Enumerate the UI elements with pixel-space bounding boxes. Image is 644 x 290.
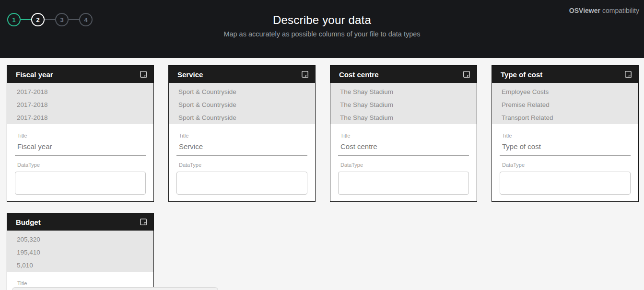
step-connector-3-4 [69,19,79,20]
sample-row: 2017-2018 [7,85,153,98]
card-grid: Fiscal year 2017-2018 2017-2018 2017-201… [0,58,644,290]
title-field-label: Title [338,133,469,139]
wizard-header: 1 2 3 4 Describe your data Map as accura… [0,0,644,58]
datatype-field-label: DataType [500,162,631,168]
sample-row: Sport & Countryside [169,98,315,111]
title-field-label: Title [15,133,146,139]
card-fields: Title DataType [330,124,477,202]
sample-row: The Shay Stadium [330,98,477,111]
note-icon[interactable] [624,70,632,78]
column-card-type-of-cost: Type of cost Employee Costs Premise Rela… [492,65,639,202]
popup-panel-edge [12,287,218,290]
note-icon[interactable] [463,70,470,78]
compatibility-brand: OSViewer [569,7,600,14]
sample-row: The Shay Stadium [330,111,477,124]
card-header: Type of cost [492,66,638,83]
card-fields: Title DataType [492,124,638,202]
card-title: Type of cost [501,70,624,79]
title-field-label: Title [15,280,146,286]
title-field-label: Title [500,133,631,139]
sample-rows: Employee Costs Premise Related Transport… [492,83,638,124]
sample-row: Premise Related [492,98,638,111]
sample-row: 2017-2018 [7,111,153,124]
compatibility-label: OSViewercompatibility [569,7,639,14]
sample-row: 5,010 [7,259,153,272]
title-input[interactable] [176,139,307,156]
card-title: Fiscal year [16,70,140,79]
datatype-select[interactable] [15,172,146,195]
title-input[interactable] [500,139,631,156]
sample-row: Transport Related [492,111,638,124]
sample-row: Sport & Countryside [169,111,315,124]
sample-row: The Shay Stadium [330,85,477,98]
header-center: Describe your data Map as accurately as … [0,0,644,38]
card-header: Fiscal year [7,66,153,83]
page-subtitle: Map as accurately as possible columns of… [223,31,421,38]
stepper: 1 2 3 4 [7,13,93,26]
title-input[interactable] [15,139,146,156]
page-title: Describe your data [0,13,644,27]
sample-row: 205,320 [7,233,153,246]
step-3[interactable]: 3 [55,13,69,26]
card-title: Cost centre [339,70,463,79]
datatype-select[interactable] [500,172,631,195]
sample-row: 195,410 [7,246,153,259]
sample-rows: Sport & Countryside Sport & Countryside … [169,83,315,124]
column-card-cost-centre: Cost centre The Shay Stadium The Shay St… [330,65,477,202]
card-header: Budget [7,213,153,231]
sample-row: Employee Costs [492,85,638,98]
step-2[interactable]: 2 [31,13,45,26]
compatibility-text: compatibility [602,7,639,14]
step-connector-1-2 [21,19,31,20]
card-title: Budget [16,218,140,226]
datatype-field-label: DataType [15,162,146,168]
title-input[interactable] [338,139,469,156]
sample-row: Sport & Countryside [169,85,315,98]
datatype-select[interactable] [176,172,307,195]
column-card-fiscal-year: Fiscal year 2017-2018 2017-2018 2017-201… [7,65,154,202]
datatype-field-label: DataType [176,162,307,168]
datatype-select[interactable] [338,172,469,195]
sample-rows: 205,320 195,410 5,010 [7,231,153,272]
card-fields: Title DataType [7,124,153,202]
card-header: Service [169,66,315,83]
card-header: Cost centre [330,66,477,83]
card-fields: Title DataType [169,124,315,202]
card-title: Service [177,70,301,79]
title-field-label: Title [176,133,307,139]
sample-row: 2017-2018 [7,98,153,111]
column-card-budget: Budget 205,320 195,410 5,010 Title [7,213,154,290]
column-card-service: Service Sport & Countryside Sport & Coun… [168,65,316,202]
datatype-field-label: DataType [338,162,469,168]
note-icon[interactable] [140,218,147,226]
sample-rows: 2017-2018 2017-2018 2017-2018 [7,83,153,124]
step-1[interactable]: 1 [7,13,21,26]
sample-rows: The Shay Stadium The Shay Stadium The Sh… [330,83,477,124]
note-icon[interactable] [301,70,309,78]
note-icon[interactable] [140,70,147,78]
step-connector-2-3 [45,19,55,20]
step-4[interactable]: 4 [79,13,93,26]
